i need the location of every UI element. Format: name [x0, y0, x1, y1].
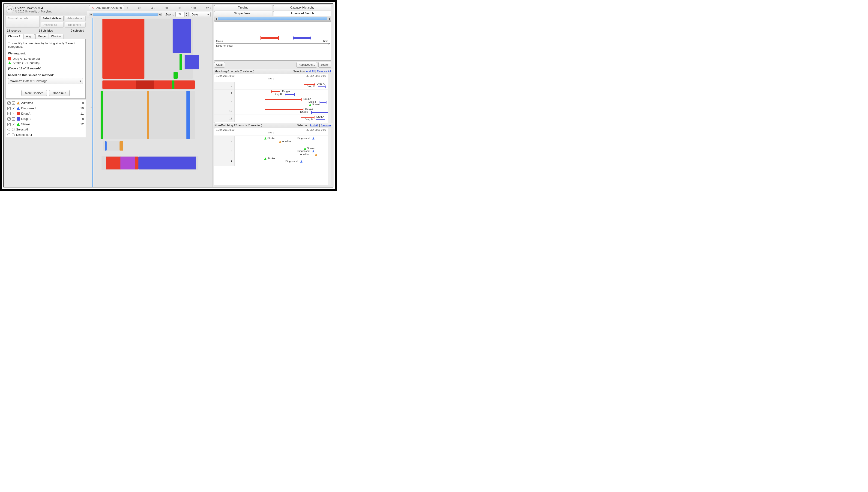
result-row[interactable]: 2StrokeAdmittedDiagnosed [214, 136, 328, 146]
search-button[interactable]: Search [319, 62, 331, 68]
clear-button[interactable]: Clear [214, 62, 225, 68]
hscroll-right-icon[interactable]: ◀ [158, 13, 162, 16]
based-on-label: based on this selection method: [8, 73, 83, 77]
radio-icon[interactable] [7, 128, 10, 131]
drug-a-label: Drug A [316, 115, 324, 118]
right-hscroll-thumb[interactable] [218, 17, 327, 20]
legend-row: ✓ ✓ Drug B 8 [5, 116, 86, 122]
legend-checkbox[interactable]: ✓ [12, 101, 15, 105]
radio-icon[interactable] [12, 128, 15, 131]
legend-selectAll[interactable]: Select All [5, 127, 86, 132]
legend-option-label: Select All [16, 128, 28, 131]
stroke-icon [309, 103, 311, 106]
distribution-options-button[interactable]: ✕ Distribution Options [89, 5, 124, 10]
legend-row: ✓ ✓ Stroke 12 [5, 122, 86, 127]
legend-checkbox[interactable]: ✓ [7, 112, 10, 115]
zoom-unit-select[interactable]: Days [190, 12, 211, 17]
ruler-tick: 6D [165, 7, 168, 9]
matching-title: Matching [215, 70, 227, 73]
legend-checkbox[interactable]: ✓ [7, 117, 10, 121]
replace-as-button[interactable]: Replace As... [297, 62, 317, 68]
tab-timeline[interactable]: Timeline [214, 5, 272, 10]
right-hscroll-left-icon[interactable]: ◀ [214, 18, 218, 20]
hide-selected-button[interactable]: Hide selected [65, 16, 86, 21]
nonmatching-year: 2011 [214, 132, 328, 134]
hscroll-thumb[interactable] [93, 13, 158, 16]
tab-category-hierarchy[interactable]: Category Hierarchy [273, 5, 331, 10]
legend-label: Drug B [21, 117, 30, 121]
nonmatching-add-all-link[interactable]: Add All [310, 124, 318, 127]
tab-merge[interactable]: Merge [35, 34, 48, 39]
drug-b-bar [311, 112, 328, 113]
time-label: Time [323, 40, 328, 43]
overview-visualization[interactable]: 0 10 [87, 18, 212, 187]
show-all-records-button[interactable]: Show all records [5, 16, 40, 28]
result-row[interactable]: 1Drug ADrug B [214, 89, 328, 97]
drug-a-label: Drug A [317, 82, 325, 85]
zoom-label: Zoom: [165, 13, 174, 16]
drug-b-bar [285, 94, 295, 95]
legend-checkbox[interactable]: ✓ [7, 101, 10, 105]
legend-checkbox[interactable]: ✓ [7, 107, 10, 110]
app-logo: HCI [6, 5, 14, 14]
right-hscroll-right-icon[interactable]: ◀ [327, 18, 331, 20]
tab-simple-search[interactable]: Simple Search [214, 10, 272, 16]
zoom-spinner[interactable]: ▲▼ [175, 12, 188, 17]
legend-checkbox[interactable]: ✓ [12, 112, 15, 115]
select-visibles-button[interactable]: Select visibles [41, 16, 64, 21]
ruler-tick: 0 [126, 7, 128, 9]
legend-checkbox[interactable]: ✓ [7, 123, 10, 126]
result-row[interactable]: 11Drug ADrug B [214, 115, 328, 122]
tab-align[interactable]: Align [24, 34, 35, 39]
result-row[interactable]: 3StrokeDiagnosedAdmitted [214, 146, 328, 156]
center-hscroll[interactable]: ◀ ◀ [89, 13, 162, 16]
event-icon [264, 157, 266, 160]
drug-b-label: Drug B [305, 118, 313, 121]
row-id: 3 [214, 146, 235, 156]
app-header: HCI EventFlow v2.3.4 © 2016 University o… [4, 4, 87, 15]
legend-icon [17, 123, 20, 126]
legend-checkbox[interactable]: ✓ [12, 123, 15, 126]
event-icon [264, 137, 266, 140]
deselect-all-button[interactable]: Deselect all [41, 22, 64, 28]
zoom-down-icon[interactable]: ▼ [185, 14, 188, 17]
suggest-drug-a: Drug A (11 Records) [13, 57, 40, 60]
zoom-input[interactable] [175, 12, 184, 17]
status-visibles: 18 visibles [39, 29, 53, 32]
row-id: 11 [214, 115, 235, 122]
more-choices-button[interactable]: More Choices [21, 90, 47, 96]
legend-checkbox[interactable]: ✓ [12, 107, 15, 110]
legend-checkbox[interactable]: ✓ [12, 117, 15, 121]
nonmatching-date-end: 30 Jan 2011 0:00 [306, 128, 326, 131]
choose2-intro: To simplify the overview, try looking at… [8, 42, 83, 48]
drug-a-icon [8, 57, 11, 60]
event-icon [312, 150, 314, 152]
drug-b-label: Drug B [300, 110, 308, 113]
tab-window[interactable]: Window [49, 34, 64, 39]
result-row[interactable]: 10Drug ADrug B [214, 107, 328, 115]
right-hscroll[interactable]: ◀ ◀ [214, 17, 331, 21]
hscroll-left-icon[interactable]: ◀ [89, 13, 93, 16]
tab-advanced-search[interactable]: Advanced Search [273, 10, 331, 16]
hide-others-button[interactable]: Hide others [65, 22, 86, 28]
matching-date-end: 30 Jan 2011 0:00 [306, 74, 326, 77]
matching-remove-all-link[interactable]: Remove All [317, 70, 331, 73]
legend-deselectAll[interactable]: Deselect All [5, 132, 86, 138]
matching-selection-label: Selection: [293, 70, 305, 73]
radio-icon[interactable] [12, 133, 15, 136]
matching-add-all-link[interactable]: Add All [306, 70, 314, 73]
result-row[interactable]: 4StrokeDiagnosed [214, 156, 328, 166]
result-row[interactable]: 0Drug ADrug B [214, 82, 328, 89]
radio-icon[interactable] [7, 133, 10, 136]
selection-method-select[interactable]: Maximize Dataset Coverage [8, 78, 83, 84]
event-icon [304, 147, 306, 150]
matching-vscroll[interactable] [328, 74, 331, 123]
query-canvas[interactable]: Occur Time ➤ Does not occur [214, 21, 331, 60]
legend-icon [17, 101, 20, 104]
choose2-button[interactable]: Choose 2 [49, 90, 70, 96]
zoom-up-icon[interactable]: ▲ [185, 12, 188, 14]
nonmatching-remove-link[interactable]: Remove [321, 124, 331, 127]
tab-choose2[interactable]: Choose 2 [5, 34, 23, 39]
nonmatching-vscroll[interactable] [328, 128, 331, 185]
result-row[interactable]: 5Drug ADrug BStroke [214, 97, 328, 107]
